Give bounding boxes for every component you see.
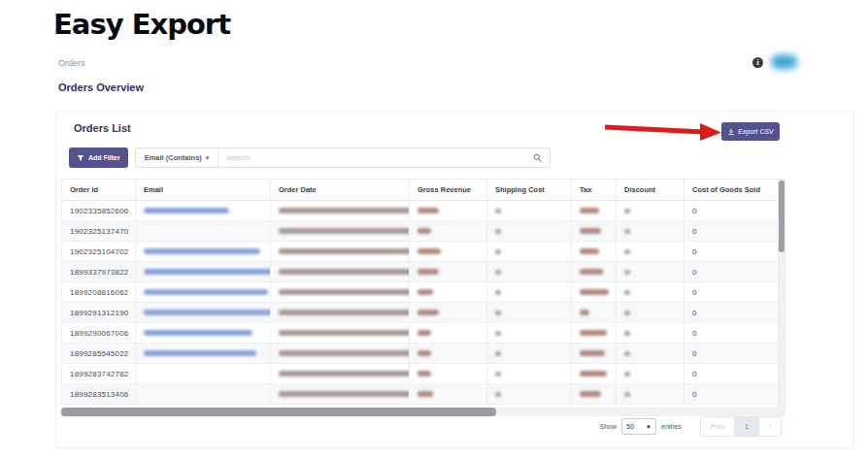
current-page-button[interactable]: 1: [735, 416, 759, 437]
email-cell: [136, 303, 271, 323]
orders-table: Order Id Email Order Date Gross Revenue …: [61, 179, 778, 405]
col-header-discount[interactable]: Discount: [617, 180, 684, 201]
order-id-cell: 1902325137470: [62, 221, 136, 242]
gross-revenue-redacted: [417, 371, 431, 377]
shipping-cost-cell: [487, 303, 572, 323]
table-row: 18992835134060: [62, 384, 779, 405]
export-csv-button[interactable]: Export CSV: [721, 122, 780, 141]
gross-revenue-cell: [410, 242, 487, 262]
gross-revenue-redacted: [417, 208, 439, 213]
shipping-cost-cell: [487, 323, 572, 344]
col-header-cogs[interactable]: Cost of Goods Sold: [684, 180, 779, 201]
cogs-cell: 0: [684, 323, 779, 344]
email-cell: [136, 242, 271, 262]
col-header-tax[interactable]: Tax: [572, 180, 617, 201]
discount-cell: [617, 262, 684, 282]
add-filter-button[interactable]: Add Filter: [69, 148, 128, 168]
discount-redacted: [624, 209, 630, 213]
table-row: 18992913121900: [62, 303, 779, 323]
order-date-cell: [271, 323, 410, 344]
shipping-cost-redacted: [495, 392, 501, 397]
col-header-shipping-cost[interactable]: Shipping Cost: [487, 180, 572, 201]
email-redacted-link[interactable]: [144, 289, 268, 295]
order-date-cell: [271, 384, 410, 405]
email-redacted-link[interactable]: [144, 350, 256, 356]
cogs-cell: 0: [684, 242, 779, 262]
card-title: Orders List: [74, 122, 131, 134]
table-row: 18992088160620: [62, 282, 779, 303]
cogs-cell: 0: [684, 303, 779, 323]
shipping-cost-cell: [487, 262, 572, 282]
gross-revenue-cell: [410, 282, 487, 303]
discount-cell: [617, 364, 684, 384]
discount-cell: [617, 384, 684, 405]
gross-revenue-redacted: [417, 248, 441, 254]
col-header-order-date[interactable]: Order Date: [271, 180, 410, 201]
order-id-cell: 1899283513406: [62, 384, 136, 405]
order-id-cell: 1902335852606: [62, 201, 136, 221]
search-input[interactable]: [218, 148, 524, 167]
gross-revenue-cell: [410, 221, 487, 242]
store-badge-redacted: [771, 54, 798, 70]
table-header-row: Order Id Email Order Date Gross Revenue …: [62, 180, 779, 201]
gross-revenue-cell: [410, 201, 487, 221]
table-row: 19023251047020: [62, 242, 779, 262]
email-redacted-link[interactable]: [144, 310, 271, 315]
gross-revenue-redacted: [417, 330, 431, 336]
order-date-cell: [271, 262, 410, 282]
shipping-cost-redacted: [495, 270, 501, 275]
download-icon: [727, 128, 735, 136]
discount-cell: [617, 323, 684, 344]
email-redacted-link[interactable]: [144, 248, 260, 254]
tax-cell: [572, 221, 617, 242]
tax-redacted: [580, 248, 599, 254]
pagination: Prev 1 ›: [700, 416, 782, 437]
shipping-cost-cell: [487, 384, 572, 405]
horizontal-scrollbar[interactable]: [61, 408, 785, 416]
shipping-cost-redacted: [495, 209, 501, 213]
order-id-cell: 1899291312190: [62, 303, 136, 323]
vertical-scrollbar-thumb[interactable]: [779, 180, 785, 252]
gross-revenue-redacted: [417, 391, 433, 397]
tax-redacted: [580, 350, 605, 356]
info-icon[interactable]: i: [752, 57, 763, 68]
next-page-button[interactable]: ›: [759, 416, 782, 437]
gross-revenue-redacted: [417, 228, 431, 234]
tax-redacted: [580, 269, 603, 275]
email-redacted-link[interactable]: [144, 330, 252, 336]
horizontal-scrollbar-thumb[interactable]: [61, 408, 496, 416]
order-date-redacted: [279, 330, 410, 336]
tax-redacted: [580, 330, 607, 336]
filter-field-label: Email (Contains): [145, 153, 202, 162]
col-header-gross-revenue[interactable]: Gross Revenue: [410, 180, 487, 201]
page-size-select[interactable]: 50 ▼: [621, 418, 656, 435]
search-icon-button[interactable]: [525, 153, 550, 162]
vertical-scrollbar[interactable]: [778, 179, 785, 409]
email-redacted-link[interactable]: [144, 269, 271, 275]
order-date-redacted: [279, 289, 410, 295]
show-label: Show: [599, 423, 617, 430]
email-redacted-link[interactable]: [144, 208, 229, 213]
shipping-cost-cell: [487, 282, 572, 303]
gross-revenue-cell: [410, 364, 487, 384]
order-id-cell: 1899283742782: [62, 364, 136, 384]
col-header-order-id[interactable]: Order Id: [62, 180, 136, 201]
col-header-email[interactable]: Email: [136, 180, 271, 201]
tax-redacted: [580, 289, 609, 295]
email-cell: [136, 262, 271, 282]
order-id-cell: 1899285545022: [62, 344, 136, 364]
breadcrumb[interactable]: Orders: [58, 58, 85, 68]
table-footer: Show 50 ▼ entries Prev 1 ›: [599, 416, 782, 437]
filter-field-dropdown[interactable]: Email (Contains) ▾: [136, 148, 219, 167]
discount-redacted: [624, 351, 630, 356]
tax-cell: [572, 364, 617, 384]
chevron-down-icon: ▼: [646, 424, 651, 430]
order-date-redacted: [279, 208, 410, 213]
order-date-redacted: [279, 310, 410, 315]
table-row: 19023358526060: [62, 201, 779, 221]
order-date-redacted: [279, 269, 410, 275]
cogs-cell: 0: [684, 201, 779, 221]
shipping-cost-cell: [487, 221, 572, 242]
prev-page-button[interactable]: Prev: [700, 416, 735, 437]
order-date-cell: [271, 282, 410, 303]
